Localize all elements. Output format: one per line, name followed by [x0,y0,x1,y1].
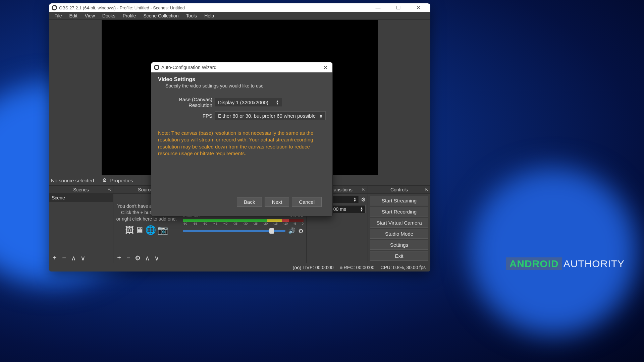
exit-button[interactable]: Exit [370,251,428,261]
dialog-footer: Back Next Cancel [158,194,326,211]
auto-config-dialog: Auto-Configuration Wizard ✕ Video Settin… [151,62,333,217]
popout-icon[interactable]: ⇱ [108,187,111,192]
live-status: ((●)) LIVE: 00:00:00 [293,265,334,270]
dialog-titlebar: Auto-Configuration Wizard ✕ [151,62,332,72]
sources-empty-line3: or right click here to add one. [116,216,177,222]
dialog-note: Note: The canvas (base) resolution is no… [158,130,326,157]
source-properties-button[interactable]: ⚙ [134,254,142,262]
watermark-brand: ANDROID [506,257,562,270]
obs-logo-icon [154,65,159,70]
minimize-button[interactable]: — [371,5,385,11]
close-button[interactable]: ✕ [412,5,425,11]
remove-source-button[interactable]: − [125,254,132,262]
studio-mode-button[interactable]: Studio Mode [370,229,428,239]
window-controls: — ☐ ✕ [371,5,428,11]
dialog-heading: Video Settings [158,76,326,82]
scenes-title: Scenes [73,187,89,192]
menu-file[interactable]: File [51,12,65,19]
menu-docks[interactable]: Docks [99,12,119,19]
watermark: ANDROIDAUTHORITY [506,258,625,269]
cpu-status: CPU: 0.8%, 30.00 fps [380,265,426,270]
back-button[interactable]: Back [237,197,262,207]
display-icon: 🖥 [135,224,144,236]
next-button[interactable]: Next [265,197,289,207]
add-scene-button[interactable]: + [51,254,58,262]
controls-body: Start Streaming Start Recording Start Vi… [368,194,430,263]
popout-icon[interactable]: ⇱ [362,187,366,192]
rec-status: REC: 00:00:00 [340,265,375,270]
source-status: No source selected [51,178,94,183]
broadcast-icon: ((●)) [293,265,301,270]
mixer-meter-2 [183,219,304,222]
dropdown-arrows-icon: ▲▼ [316,114,323,118]
maximize-button[interactable]: ☐ [391,5,405,11]
scene-down-button[interactable]: ∨ [79,254,87,262]
watermark-rest: AUTHORITY [564,258,625,269]
dropdown-arrows-icon: ▲▼ [272,100,279,105]
record-dot-icon [340,266,342,269]
menu-help[interactable]: Help [201,12,217,19]
scenes-list[interactable]: Scene [49,194,113,253]
gear-icon[interactable]: ⚙ [102,177,107,183]
dialog-subtitle: Specify the video settings you would lik… [165,83,326,88]
duration-value: 300 ms [331,206,346,212]
add-source-button[interactable]: + [115,254,123,262]
obs-logo-icon [52,5,57,10]
menu-scene-collection[interactable]: Scene Collection [140,12,182,19]
dialog-title: Auto-Configuration Wizard [161,65,216,70]
spinner-arrows-icon: ▲▼ [357,207,363,212]
popout-icon[interactable]: ⇱ [425,187,428,192]
image-icon: 🖼 [125,224,134,236]
source-down-button[interactable]: ∨ [153,254,160,262]
properties-button[interactable]: Properties [110,178,133,183]
cancel-button[interactable]: Cancel [292,197,322,207]
resolution-value: Display 1 (3200x2000) [218,100,268,105]
fps-dropdown[interactable]: Either 60 or 30, but prefer 60 when poss… [215,111,326,120]
resolution-dropdown[interactable]: Display 1 (3200x2000) ▲▼ [215,98,282,107]
controls-title: Controls [390,187,408,192]
duration-spinbox[interactable]: 300 ms ▲▼ [328,205,366,213]
statusbar: ((●)) LIVE: 00:00:00 REC: 00:00:00 CPU: … [49,263,430,272]
scene-item[interactable]: Scene [49,194,113,202]
dialog-close-button[interactable]: ✕ [321,64,330,71]
speaker-icon[interactable]: 🔊 [288,227,296,235]
settings-button[interactable]: Settings [370,240,428,250]
scenes-header: Scenes ⇱ [49,186,113,194]
controls-dock: Controls ⇱ Start Streaming Start Recordi… [368,186,430,263]
remove-scene-button[interactable]: − [60,254,68,262]
scenes-dock: Scenes ⇱ Scene + − ∧ ∨ [49,186,113,263]
source-up-button[interactable]: ∧ [144,254,151,262]
menu-view[interactable]: View [82,12,98,19]
controls-header: Controls ⇱ [368,186,430,194]
fps-value: Either 60 or 30, but prefer 60 when poss… [218,113,316,119]
divider [98,177,98,184]
titlebar: OBS 27.2.1 (64-bit, windows) - Profile: … [49,3,430,12]
mixer-slider-row-2: 🔊 ⚙ [183,227,304,235]
scene-up-button[interactable]: ∧ [70,254,77,262]
scenes-footer: + − ∧ ∨ [49,253,113,263]
menu-tools[interactable]: Tools [182,12,200,19]
volume-slider-2[interactable] [183,230,285,232]
gear-icon[interactable]: ⚙ [298,227,304,235]
window-title: OBS 27.2.1 (64-bit, windows) - Profile: … [59,5,185,10]
gear-icon[interactable]: ⚙ [361,196,366,203]
fps-label: FPS [158,113,212,119]
mixer-scale-2: -60-55-50-45-40-35-30-25-20-15-10-50 [183,222,304,225]
globe-icon: 🌐 [145,224,156,236]
obs-main-window: OBS 27.2.1 (64-bit, windows) - Profile: … [49,3,430,272]
menu-edit[interactable]: Edit [66,12,81,19]
start-streaming-button[interactable]: Start Streaming [370,196,428,205]
sources-footer: + − ⚙ ∧ ∨ [113,253,180,263]
camera-icon: 📷 [157,224,168,236]
resolution-label: Base (Canvas) Resolution [158,97,212,108]
menu-profile[interactable]: Profile [119,12,140,19]
menubar: File Edit View Docks Profile Scene Colle… [49,12,430,20]
dialog-body: Video Settings Specify the video setting… [151,72,332,216]
sources-hint-icons: 🖼 🖥 🌐 📷 [116,224,177,236]
spinner-arrows-icon: ▲▼ [350,197,357,202]
start-recording-button[interactable]: Start Recording [370,207,428,217]
start-virtual-camera-button[interactable]: Start Virtual Camera [370,218,428,228]
